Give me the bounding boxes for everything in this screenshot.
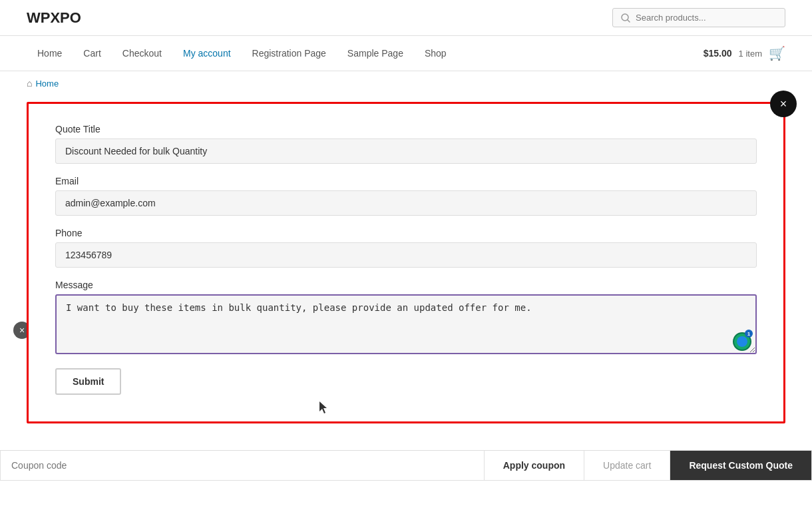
phone-input[interactable] xyxy=(55,242,757,268)
nav-cart[interactable]: Cart xyxy=(73,39,111,68)
apply-coupon-button[interactable]: Apply coupon xyxy=(485,451,584,480)
cart-icon[interactable]: 🛒 xyxy=(769,45,785,61)
email-group: Email xyxy=(55,176,757,216)
textarea-wrapper: I want to buy these items in bulk quanti… xyxy=(55,294,757,356)
nav-sample[interactable]: Sample Page xyxy=(337,39,414,68)
cart-item-count: 1 item xyxy=(739,49,762,59)
phone-label: Phone xyxy=(55,228,757,238)
message-group: Message I want to buy these items in bul… xyxy=(55,280,757,356)
cart-amount: $15.00 xyxy=(704,48,732,59)
email-input[interactable] xyxy=(55,190,757,216)
nav-shop[interactable]: Shop xyxy=(414,39,457,68)
coupon-input[interactable] xyxy=(1,451,485,480)
search-box[interactable] xyxy=(612,8,785,27)
main-content: × × Quote Title Email Phone xyxy=(0,102,812,450)
update-cart-button[interactable]: Update cart xyxy=(584,451,670,480)
home-icon: ⌂ xyxy=(27,78,32,89)
breadcrumb: ⌂ Home xyxy=(0,71,812,95)
search-input[interactable] xyxy=(636,13,777,23)
modal-close-button[interactable]: × xyxy=(770,91,797,117)
main-nav: Home Cart Checkout My account Registrati… xyxy=(0,36,812,71)
nav-home[interactable]: Home xyxy=(27,39,73,68)
message-textarea[interactable]: I want to buy these items in bulk quanti… xyxy=(55,294,757,354)
phone-group: Phone xyxy=(55,228,757,268)
breadcrumb-home-link[interactable]: Home xyxy=(35,79,59,89)
nav-myaccount[interactable]: My account xyxy=(172,39,242,68)
nav-checkout[interactable]: Checkout xyxy=(112,39,172,68)
nav-registration[interactable]: Registration Page xyxy=(242,39,337,68)
close-icon: × xyxy=(780,98,787,110)
side-close-icon: × xyxy=(19,326,25,335)
modal-wrapper: × Quote Title Email Phone Message xyxy=(27,102,785,423)
bottom-bar: Apply coupon Update cart Request Custom … xyxy=(0,450,812,481)
nav-links: Home Cart Checkout My account Registrati… xyxy=(27,39,704,68)
header: WPXPO xyxy=(0,0,812,36)
grammarly-badge[interactable]: 1 xyxy=(733,332,751,351)
svg-line-1 xyxy=(628,20,630,22)
quote-modal-form: × Quote Title Email Phone Message xyxy=(27,102,785,423)
quote-title-input[interactable] xyxy=(55,138,757,164)
email-label: Email xyxy=(55,176,757,186)
site-logo: WPXPO xyxy=(27,9,81,27)
message-label: Message xyxy=(55,280,757,290)
request-quote-button[interactable]: Request Custom Quote xyxy=(670,451,811,480)
quote-title-label: Quote Title xyxy=(55,124,757,134)
cart-summary: $15.00 1 item 🛒 xyxy=(704,36,785,71)
submit-button[interactable]: Submit xyxy=(55,368,121,395)
search-icon xyxy=(621,13,630,23)
quote-title-group: Quote Title xyxy=(55,124,757,164)
